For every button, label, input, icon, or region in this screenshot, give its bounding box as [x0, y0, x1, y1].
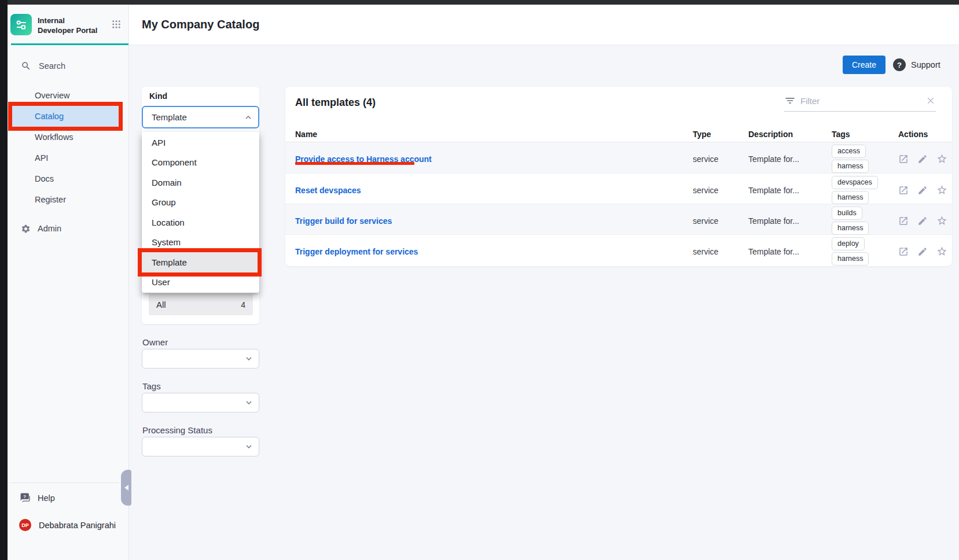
star-icon[interactable] — [936, 185, 947, 196]
table-row: Trigger deployment for services service … — [285, 234, 952, 265]
tag-chip: access — [832, 145, 866, 158]
tags-select[interactable] — [142, 393, 259, 412]
chevron-left-icon — [124, 485, 128, 491]
tag-chip: harness — [832, 160, 869, 173]
kind-label: Kind — [149, 91, 167, 101]
apps-grid-icon[interactable] — [111, 19, 122, 32]
sidebar-item-admin[interactable]: Admin — [8, 224, 128, 234]
template-name-cell: Trigger deployment for services — [295, 235, 693, 268]
template-name-cell: Reset devspaces — [295, 174, 693, 207]
owner-select[interactable] — [142, 349, 259, 369]
kind-option-component[interactable]: Component — [142, 153, 259, 173]
sidebar-nav: Overview Catalog Workflows API Docs Regi… — [8, 85, 128, 210]
svg-text:?: ? — [23, 494, 26, 499]
description-cell: Template for... — [748, 154, 832, 164]
sidebar-item-api[interactable]: API — [8, 148, 128, 168]
sidebar-item-docs[interactable]: Docs — [8, 168, 128, 189]
chevron-up-icon — [243, 112, 253, 123]
create-button[interactable]: Create — [843, 56, 885, 74]
help-label: Help — [38, 493, 55, 503]
column-header-actions: Actions — [898, 130, 942, 139]
category-all-count: 4 — [241, 300, 245, 310]
sidebar-item-catalog[interactable]: Catalog — [10, 106, 121, 127]
actions-cell — [898, 153, 947, 164]
chevron-down-icon — [244, 441, 254, 452]
actions-cell — [898, 185, 947, 196]
window-frame-left — [0, 0, 8, 560]
table-filter-input[interactable] — [800, 96, 921, 106]
actions-cell — [898, 246, 947, 257]
table-row: Reset devspaces service Template for... … — [285, 173, 952, 204]
user-menu[interactable]: DP Debabrata Panigrahi — [8, 519, 128, 531]
template-link[interactable]: Trigger deployment for services — [295, 247, 418, 256]
column-header-type: Type — [693, 130, 748, 139]
tags-cell: deploy harness — [832, 235, 898, 268]
owner-label: Owner — [142, 337, 168, 347]
sidebar-item-workflows[interactable]: Workflows — [8, 127, 128, 148]
kind-option-domain[interactable]: Domain — [142, 172, 259, 193]
window-frame-top — [0, 0, 959, 5]
tags-filter-label: Tags — [142, 381, 161, 391]
tag-chip: harness — [832, 191, 869, 204]
column-header-name: Name — [295, 130, 693, 139]
star-icon[interactable] — [936, 246, 947, 257]
type-cell: service — [693, 186, 748, 195]
table-row: Trigger build for services service Templ… — [285, 204, 952, 234]
processing-status-select[interactable] — [142, 437, 259, 456]
search-icon — [21, 61, 31, 71]
table-title: All templates (4) — [295, 97, 376, 109]
user-name: Debabrata Panigrahi — [39, 521, 116, 530]
template-name-cell: Trigger build for services — [295, 204, 693, 237]
tag-chip: harness — [832, 222, 869, 235]
sidebar-item-register[interactable]: Register — [8, 189, 128, 210]
chevron-down-icon — [244, 397, 254, 408]
star-icon[interactable] — [936, 215, 947, 226]
category-all-row[interactable]: All 4 — [149, 294, 253, 315]
tags-cell: builds harness — [832, 204, 898, 237]
sidebar-item-search[interactable]: Search — [8, 61, 128, 71]
star-icon[interactable] — [936, 153, 947, 164]
open-in-new-icon[interactable] — [898, 154, 909, 164]
actions-cell — [898, 215, 947, 226]
edit-icon[interactable] — [917, 154, 928, 164]
table-filter — [784, 95, 936, 112]
column-header-tags: Tags — [832, 130, 898, 139]
clear-filter-icon[interactable] — [925, 95, 936, 106]
kind-option-group[interactable]: Group — [142, 193, 259, 213]
type-cell: service — [693, 216, 748, 226]
kind-option-template[interactable]: Template — [142, 252, 259, 272]
sidebar-divider — [11, 482, 119, 483]
question-icon: ? — [893, 58, 906, 71]
kind-option-location[interactable]: Location — [142, 212, 259, 233]
template-link[interactable]: Trigger build for services — [295, 216, 392, 226]
open-in-new-icon[interactable] — [898, 216, 909, 226]
admin-label: Admin — [38, 224, 61, 233]
kind-select[interactable]: Template — [142, 106, 259, 128]
open-in-new-icon[interactable] — [898, 185, 909, 196]
chevron-down-icon — [244, 353, 254, 364]
annotation-underline — [295, 162, 414, 165]
gear-icon — [21, 224, 31, 234]
kind-option-user[interactable]: User — [142, 272, 259, 293]
template-link[interactable]: Reset devspaces — [295, 186, 361, 195]
page-title: My Company Catalog — [142, 18, 259, 31]
kind-option-api[interactable]: API — [142, 132, 259, 153]
sidebar-item-overview[interactable]: Overview — [8, 85, 128, 106]
filter-icon — [784, 95, 796, 106]
column-header-description: Description — [748, 130, 832, 139]
open-in-new-icon[interactable] — [898, 246, 909, 257]
sidebar-item-help[interactable]: ? Help — [8, 492, 128, 503]
edit-icon[interactable] — [917, 246, 928, 257]
edit-icon[interactable] — [917, 185, 928, 196]
table-body: Provide access to Harness account servic… — [285, 142, 952, 265]
description-cell: Template for... — [748, 216, 832, 226]
edit-icon[interactable] — [917, 216, 928, 226]
kind-option-system[interactable]: System — [142, 233, 259, 253]
description-cell: Template for... — [748, 186, 832, 195]
processing-status-label: Processing Status — [142, 425, 212, 435]
kind-select-value: Template — [152, 112, 187, 122]
brand-title: Internal Developer Portal — [38, 16, 102, 36]
sidebar-collapse-handle[interactable] — [121, 470, 131, 506]
help-chat-icon: ? — [20, 492, 31, 503]
support-button[interactable]: ? Support — [893, 56, 940, 74]
